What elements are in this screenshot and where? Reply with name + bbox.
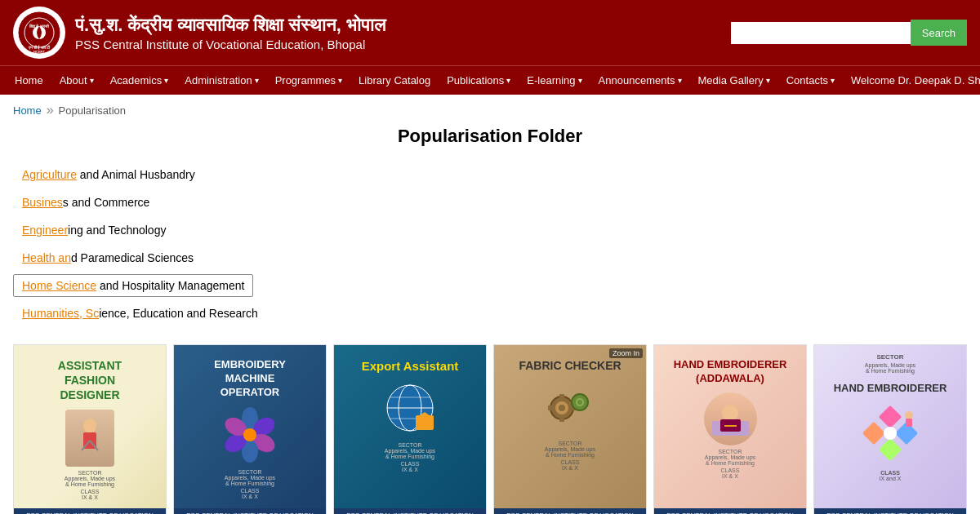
site-header: विद्या ये भूयस्ते एन सी ई आर टी NCERT पं… — [0, 0, 980, 65]
book-cover-6: SECTOR Apparels, Made ups& Home Furnishi… — [814, 345, 966, 508]
books-grid: ASSISTANTFASHIONDESIGNER SECTOR Apparels… — [13, 344, 967, 514]
svg-rect-46 — [906, 419, 912, 427]
book-title-6: HAND EMBROIDERER — [834, 382, 947, 396]
svg-point-27 — [559, 405, 565, 411]
nav-about[interactable]: About ▾ — [51, 66, 102, 95]
book-cover-3: Export Assistant SECTOR — [334, 345, 486, 508]
nav-welcome[interactable]: Welcome Dr. Deepak D. Shudhalwar ▾ — [843, 66, 980, 95]
gears-icon — [544, 379, 597, 432]
nav-publications[interactable]: Publications ▾ — [439, 66, 519, 95]
category-engineering[interactable]: Engineering and Technology — [13, 219, 175, 241]
chevron-down-icon: ▾ — [338, 76, 342, 85]
search-button[interactable]: Search — [911, 20, 967, 46]
book-footer-6: PSS CENTRAL INSTITUTE OF VOCATION EDUCAT… — [814, 508, 966, 514]
nav-programmes[interactable]: Programmes ▾ — [267, 66, 350, 95]
breadcrumb-current: Popularisation — [59, 104, 126, 117]
zoom-badge: Zoom In — [609, 348, 643, 358]
book-card-6[interactable]: SECTOR Apparels, Made ups& Home Furnishi… — [813, 344, 967, 514]
breadcrumb-separator: » — [47, 103, 54, 117]
book-card-1[interactable]: ASSISTANTFASHIONDESIGNER SECTOR Apparels… — [13, 344, 167, 514]
book-title-3: Export Assistant — [362, 358, 459, 374]
book-title-5: HAND EMBROIDERER(ADDAWALA) — [674, 358, 787, 386]
book-title-1: ASSISTANTFASHIONDESIGNER — [58, 358, 122, 403]
svg-text:NCERT: NCERT — [33, 50, 45, 54]
institute-name: पं.सु.श. केंद्रीय व्यावसायिक शिक्षा संस्… — [75, 14, 385, 51]
page-title: Popularisation Folder — [13, 126, 967, 147]
nav-announcements[interactable]: Announcements ▾ — [590, 66, 690, 95]
nav-administration[interactable]: Administration ▾ — [176, 66, 266, 95]
fashion-icon — [74, 418, 106, 459]
embroiderer-icon — [708, 397, 753, 441]
chevron-down-icon: ▾ — [255, 76, 259, 85]
breadcrumb-home[interactable]: Home — [13, 104, 42, 117]
chevron-down-icon: ▾ — [164, 76, 168, 85]
ncert-logo: विद्या ये भूयस्ते एन सी ई आर टी NCERT — [13, 7, 65, 59]
book-footer-4: PSS CENTRAL INSTITUTE OF VOCATION EDUCAT… — [494, 508, 646, 514]
book-card-4[interactable]: Zoom In FABRIC CHECKER — [493, 344, 647, 514]
nav-academics[interactable]: Academics ▾ — [102, 66, 177, 95]
book-cover-5: HAND EMBROIDERER(ADDAWALA) SECTOR Appare… — [654, 345, 806, 508]
book-footer-5: PSS CENTRAL INSTITUTE OF VOCATION EDUCAT… — [654, 508, 806, 514]
book-cover-4: Zoom In FABRIC CHECKER — [494, 345, 646, 508]
category-business[interactable]: Business and Commerce — [13, 191, 158, 214]
flower-embroidery-icon — [221, 406, 278, 463]
logo-area: विद्या ये भूयस्ते एन सी ई आर टी NCERT पं… — [13, 7, 385, 59]
book-cover-1: ASSISTANTFASHIONDESIGNER SECTOR Apparels… — [14, 345, 166, 508]
svg-point-44 — [884, 427, 897, 440]
svg-point-36 — [722, 405, 738, 421]
book-footer-1: PSS CENTRAL INSTITUTE OF VOCATION EDUCAT… — [14, 508, 166, 514]
book-footer-2: PSS CENTRAL INSTITUTE OF VOCATION EDUCAT… — [174, 508, 326, 514]
chevron-down-icon: ▾ — [578, 76, 582, 85]
category-health[interactable]: Health and Paramedical Sciences — [13, 246, 203, 269]
book-footer-3: PSS CENTRAL INSTITUTE OF VOCATION EDUCAT… — [334, 508, 486, 514]
category-list: Agriculture and Animal Husbandry Busines… — [13, 163, 967, 325]
chevron-down-icon: ▾ — [90, 76, 94, 85]
nav-home[interactable]: Home — [7, 66, 51, 95]
book-card-2[interactable]: EMBROIDERYMACHINEOPERATOR — [173, 344, 327, 514]
breadcrumb: Home » Popularisation — [0, 95, 980, 126]
hand-embroiderer-icon — [858, 401, 923, 466]
svg-rect-28 — [559, 394, 564, 401]
chevron-down-icon: ▾ — [678, 76, 682, 85]
svg-point-45 — [905, 411, 913, 419]
search-input[interactable] — [731, 22, 911, 44]
svg-point-17 — [243, 428, 256, 441]
chevron-down-icon: ▾ — [506, 76, 510, 85]
category-home-science[interactable]: Home Science and Hospitality Management — [13, 274, 253, 297]
nav-library[interactable]: Library Catalog — [350, 66, 439, 95]
category-agriculture[interactable]: Agriculture and Animal Husbandry — [13, 163, 204, 186]
book-card-5[interactable]: HAND EMBROIDERER(ADDAWALA) SECTOR Appare… — [653, 344, 807, 514]
chevron-down-icon: ▾ — [766, 76, 770, 85]
svg-rect-30 — [548, 405, 555, 410]
search-area: Search — [731, 20, 967, 46]
main-nav: Home About ▾ Academics ▾ Administration … — [0, 65, 980, 95]
chevron-down-icon: ▾ — [831, 76, 835, 85]
book-title-4: FABRIC CHECKER — [519, 358, 621, 373]
nav-elearning[interactable]: E-learning ▾ — [519, 66, 590, 95]
svg-rect-40 — [862, 422, 885, 445]
globe-export-icon — [381, 379, 439, 436]
svg-rect-29 — [559, 415, 564, 422]
book-cover-2: EMBROIDERYMACHINEOPERATOR — [174, 345, 326, 508]
book-title-2: EMBROIDERYMACHINEOPERATOR — [214, 358, 286, 400]
book-card-3[interactable]: Export Assistant SECTOR — [333, 344, 487, 514]
nav-media[interactable]: Media Gallery ▾ — [690, 66, 778, 95]
svg-rect-43 — [879, 438, 902, 461]
svg-rect-42 — [879, 405, 902, 428]
english-title: PSS Central Institute of Vocational Educ… — [75, 38, 385, 51]
category-humanities[interactable]: Humanities, Science, Education and Resea… — [13, 302, 267, 325]
main-content: Popularisation Folder Agriculture and An… — [0, 126, 980, 514]
nav-contacts[interactable]: Contacts ▾ — [778, 66, 843, 95]
svg-point-34 — [577, 400, 582, 405]
hindi-title: पं.सु.श. केंद्रीय व्यावसायिक शिक्षा संस्… — [75, 14, 385, 38]
svg-point-6 — [83, 419, 96, 433]
